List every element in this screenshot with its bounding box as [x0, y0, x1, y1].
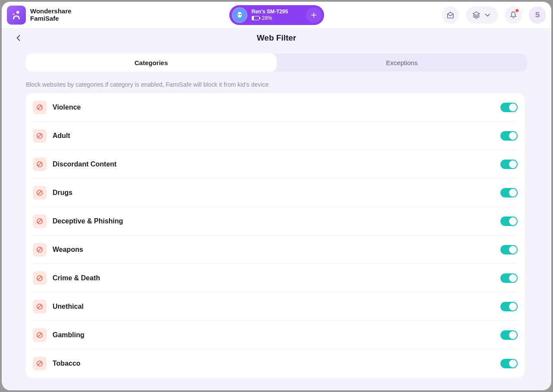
device-avatar-icon — [232, 7, 247, 23]
category-label: Tobacco — [53, 360, 81, 367]
category-toggle[interactable] — [500, 273, 518, 283]
category-toggle[interactable] — [500, 302, 518, 311]
notification-dot-icon — [516, 9, 519, 12]
device-battery: 28% — [252, 15, 288, 21]
category-row: Discordant Content — [33, 150, 518, 179]
brand-line1: Wondershare — [30, 8, 72, 15]
categories-scroll[interactable]: ViolenceAdultDiscordant ContentDrugsDece… — [26, 93, 527, 390]
layers-menu-button[interactable] — [466, 6, 498, 24]
device-info: Ren's SM-T295 28% — [252, 9, 288, 22]
category-row: Weapons — [33, 235, 518, 264]
device-name-label: Ren's SM-T295 — [252, 9, 288, 15]
category-row: Drugs — [33, 179, 518, 207]
category-label: Unethical — [53, 303, 84, 310]
header-actions: S — [442, 6, 546, 24]
page-titlebar: Web Filter — [2, 28, 551, 47]
category-label: Violence — [53, 103, 81, 111]
svg-line-23 — [38, 362, 41, 365]
layers-icon — [472, 11, 481, 19]
brand-line2: FamiSafe — [30, 15, 72, 22]
category-label: Crime & Death — [53, 274, 100, 282]
page-title: Web Filter — [257, 33, 297, 43]
category-toggle[interactable] — [500, 330, 518, 340]
tab-exceptions[interactable]: Exceptions — [277, 53, 528, 72]
brand: Wondershare FamiSafe — [7, 6, 72, 25]
chevron-left-icon — [14, 34, 23, 42]
category-row: Deceptive & Phishing — [33, 207, 518, 235]
tabs: Categories Exceptions — [26, 53, 527, 72]
battery-icon — [252, 16, 259, 20]
add-device-button[interactable] — [306, 7, 322, 23]
category-label: Gambling — [53, 331, 84, 339]
svg-line-13 — [38, 219, 41, 223]
avatar-initial: S — [535, 11, 540, 19]
brand-text: Wondershare FamiSafe — [30, 8, 72, 22]
inbox-button[interactable] — [442, 6, 459, 24]
block-icon — [33, 271, 47, 285]
category-label: Weapons — [53, 246, 83, 254]
tab-categories-label: Categories — [134, 59, 168, 66]
app-header: Wondershare FamiSafe Ren's SM-T295 28% — [2, 2, 551, 28]
back-button[interactable] — [12, 31, 25, 44]
categories-description: Block websites by categories.If category… — [26, 81, 527, 88]
category-toggle[interactable] — [500, 359, 518, 368]
svg-line-9 — [38, 162, 41, 166]
svg-point-1 — [12, 13, 14, 15]
battery-pct-label: 28% — [262, 15, 272, 21]
svg-point-2 — [238, 14, 239, 15]
category-label: Drugs — [53, 189, 72, 197]
block-icon — [33, 357, 47, 370]
tab-categories[interactable]: Categories — [26, 53, 277, 72]
category-row: Gambling — [33, 321, 518, 349]
categories-list: ViolenceAdultDiscordant ContentDrugsDece… — [26, 93, 525, 378]
app-frame: Wondershare FamiSafe Ren's SM-T295 28% — [2, 2, 551, 390]
device-selector[interactable]: Ren's SM-T295 28% — [229, 5, 324, 25]
chevron-down-icon — [483, 11, 492, 19]
svg-line-17 — [38, 276, 41, 279]
block-icon — [33, 157, 47, 171]
category-toggle[interactable] — [500, 103, 518, 112]
category-label: Deceptive & Phishing — [53, 217, 123, 225]
block-icon — [33, 100, 47, 114]
block-icon — [33, 300, 47, 314]
user-avatar-button[interactable]: S — [529, 6, 546, 24]
svg-line-11 — [38, 191, 41, 194]
category-label: Adult — [53, 132, 70, 140]
svg-line-15 — [38, 248, 41, 251]
category-toggle[interactable] — [500, 245, 518, 254]
category-row: Unethical — [33, 292, 518, 321]
notifications-button[interactable] — [505, 6, 522, 24]
category-row: Violence — [33, 93, 518, 122]
tab-exceptions-label: Exceptions — [386, 59, 418, 66]
svg-line-19 — [38, 304, 41, 308]
svg-line-5 — [38, 105, 41, 109]
svg-point-3 — [240, 14, 241, 15]
svg-point-0 — [16, 11, 19, 14]
content: Categories Exceptions Block websites by … — [2, 47, 551, 390]
category-label: Discordant Content — [53, 160, 116, 168]
category-toggle[interactable] — [500, 160, 518, 169]
svg-line-7 — [38, 134, 41, 137]
category-row: Tobacco — [33, 349, 518, 378]
block-icon — [33, 129, 47, 143]
block-icon — [33, 243, 47, 257]
block-icon — [33, 186, 47, 200]
brand-logo-icon — [7, 6, 26, 25]
category-row: Adult — [33, 122, 518, 150]
category-row: Crime & Death — [33, 264, 518, 292]
category-toggle[interactable] — [500, 188, 518, 198]
category-toggle[interactable] — [500, 131, 518, 141]
block-icon — [33, 214, 47, 228]
block-icon — [33, 328, 47, 342]
bell-icon — [509, 11, 518, 19]
svg-line-21 — [38, 333, 41, 336]
category-toggle[interactable] — [500, 216, 518, 226]
